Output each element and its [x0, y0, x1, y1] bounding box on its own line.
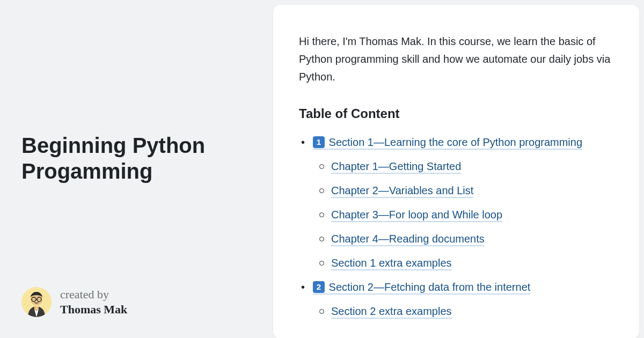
- toc-section-label: Section 1—Learning the core of Python pr…: [329, 136, 583, 148]
- toc-section-link[interactable]: 2 Section 2—Fetching data from the inter…: [313, 281, 530, 295]
- toc-chapter-link[interactable]: Section 2 extra examples: [331, 305, 452, 319]
- section-badge-icon: 1: [313, 136, 325, 148]
- toc-chapter: Chapter 3—For loop and While loop: [313, 207, 613, 223]
- toc-chapter-link[interactable]: Section 1 extra examples: [331, 257, 452, 270]
- toc-chapter: Section 2 extra examples: [313, 303, 613, 320]
- creator-label: created by: [60, 287, 127, 303]
- toc-sublist: Chapter 1—Getting Started Chapter 2—Vari…: [313, 158, 613, 271]
- creator-block: created by Thomas Mak: [21, 287, 127, 318]
- toc-chapter: Chapter 1—Getting Started: [313, 158, 613, 175]
- creator-text: created by Thomas Mak: [60, 287, 127, 318]
- creator-name: Thomas Mak: [60, 302, 127, 318]
- toc-section: 1 Section 1—Learning the core of Python …: [299, 134, 613, 271]
- toc-sublist: Section 2 extra examples: [313, 303, 613, 320]
- toc-chapter-link[interactable]: Chapter 4—Reading documents: [331, 233, 485, 246]
- toc-section: 2 Section 2—Fetching data from the inter…: [299, 279, 613, 320]
- toc-chapter-link[interactable]: Chapter 3—For loop and While loop: [331, 209, 502, 222]
- toc-heading: Table of Content: [299, 106, 613, 121]
- toc-chapter: Chapter 4—Reading documents: [313, 231, 613, 247]
- left-panel: Beginning Python Progamming created by T…: [0, 0, 273, 338]
- avatar-illustration-icon: [21, 287, 52, 317]
- toc-chapter-link[interactable]: Chapter 2—Variables and List: [331, 185, 473, 198]
- toc-chapter: Chapter 2—Variables and List: [313, 182, 613, 199]
- toc-section-label: Section 2—Fetching data from the interne…: [329, 281, 531, 293]
- content-card: Hi there, I'm Thomas Mak. In this course…: [273, 4, 640, 338]
- toc-list: 1 Section 1—Learning the core of Python …: [299, 134, 613, 320]
- section-badge-icon: 2: [313, 281, 325, 293]
- toc-chapter-link[interactable]: Chapter 1—Getting Started: [331, 160, 461, 174]
- intro-paragraph: Hi there, I'm Thomas Mak. In this course…: [299, 33, 613, 86]
- toc-chapter: Section 1 extra examples: [313, 255, 613, 271]
- toc-section-link[interactable]: 1 Section 1—Learning the core of Python …: [313, 136, 582, 150]
- avatar: [21, 287, 52, 317]
- page-title: Beginning Python Progamming: [21, 133, 251, 184]
